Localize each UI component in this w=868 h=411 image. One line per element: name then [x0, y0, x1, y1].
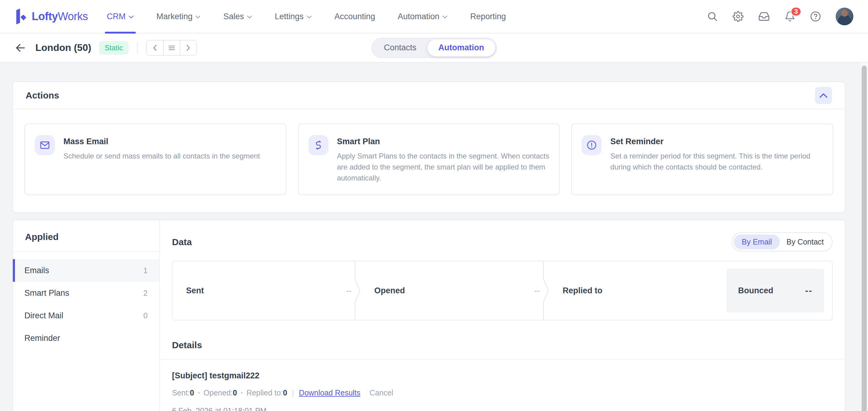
scrollbar-thumb[interactable] [862, 66, 867, 411]
card-description: Apply Smart Plans to the contacts in the… [337, 151, 550, 184]
card-description: Schedule or send mass emails to all cont… [63, 151, 260, 162]
next-segment-button[interactable] [180, 40, 196, 55]
envelope-icon [35, 135, 55, 155]
nav-item-sales[interactable]: Sales [223, 0, 252, 33]
alert-circle-icon [582, 135, 602, 155]
funnel-separator: -- [346, 261, 361, 320]
divider [137, 42, 137, 54]
main-menu: CRM Marketing Sales Lettings Accounting … [107, 0, 506, 33]
bullet-separator: • [198, 389, 200, 397]
set-reminder-card[interactable]: Set Reminder Set a reminder period for t… [571, 124, 833, 195]
actions-title: Actions [26, 90, 59, 101]
applied-item-reminder[interactable]: Reminder [13, 327, 159, 349]
user-avatar[interactable] [836, 8, 854, 25]
nav-icon-group: 3 [707, 8, 854, 25]
details-title: Details [172, 340, 833, 350]
tab-automation[interactable]: Automation [427, 39, 495, 56]
segment-type-badge: Static [99, 41, 128, 55]
smart-plan-icon [308, 135, 329, 155]
bell-icon[interactable]: 3 [784, 11, 796, 22]
prev-segment-button[interactable] [147, 40, 163, 55]
action-cards: Mass Email Schedule or send mass emails … [13, 109, 845, 212]
details-header: Details [160, 340, 845, 359]
applied-item-direct-mail[interactable]: Direct Mail 0 [13, 304, 159, 327]
nav-item-reporting[interactable]: Reporting [470, 0, 506, 33]
chevron-down-icon [128, 15, 134, 19]
applied-item-count: 0 [143, 311, 148, 320]
email-subject: [Subject] testgmail222 [172, 371, 833, 380]
back-arrow-icon[interactable] [14, 42, 26, 54]
nav-item-marketing[interactable]: Marketing [156, 0, 201, 33]
help-icon[interactable] [810, 11, 821, 22]
chevron-down-icon [247, 15, 252, 19]
applied-item-label: Smart Plans [24, 288, 69, 298]
nav-item-accounting[interactable]: Accounting [335, 0, 375, 33]
bounced-value: -- [805, 285, 812, 296]
stat-label: Sent: [172, 388, 190, 397]
applied-header: Applied [13, 220, 159, 252]
toggle-by-contact[interactable]: By Contact [780, 234, 831, 249]
brand-name: LoftyWorks [32, 10, 88, 23]
funnel-stage-opened: Opened [361, 261, 534, 320]
applied-sidebar: Applied Emails 1 Smart Plans 2 Direct Ma… [13, 220, 159, 411]
search-icon[interactable] [707, 11, 718, 22]
email-timestamp: 6 Feb, 2026 at 01:18:01 PM [172, 406, 833, 411]
funnel-rate-value: -- [346, 286, 352, 295]
page-title: London (50) [35, 42, 91, 53]
data-title: Data [172, 237, 192, 247]
segment-list-button[interactable] [163, 40, 180, 55]
brand-logo[interactable]: LoftyWorks [14, 8, 88, 24]
funnel-separator: -- [535, 261, 549, 320]
top-navigation: LoftyWorks CRM Marketing Sales Lettings … [0, 0, 868, 34]
data-header: Data By Email By Contact [160, 220, 845, 252]
funnel-stage-replied: Replied to [549, 261, 723, 320]
applied-item-label: Emails [24, 266, 49, 275]
applied-item-count: 1 [143, 266, 148, 275]
details-body: [Subject] testgmail222 Sent:0 • Opened:0… [160, 359, 845, 411]
segment-pager [146, 40, 197, 56]
loftyworks-logo-icon [14, 8, 27, 24]
funnel-rate-value: -- [535, 286, 540, 295]
chevron-down-icon [307, 15, 312, 19]
applied-list: Emails 1 Smart Plans 2 Direct Mail 0 Rem… [13, 252, 159, 349]
applied-item-smart-plans[interactable]: Smart Plans 2 [13, 282, 159, 304]
stat-label: Replied to: [246, 388, 283, 397]
card-title: Smart Plan [337, 137, 550, 146]
applied-title: Applied [25, 232, 147, 242]
card-title: Mass Email [63, 137, 260, 146]
stat-label: Opened: [204, 388, 233, 397]
pipe-separator: | [292, 388, 294, 397]
segment-header: London (50) Static Contacts Automation [0, 34, 868, 62]
applied-item-label: Reminder [24, 334, 60, 343]
funnel-stage-sent: Sent [173, 261, 346, 320]
collapse-button[interactable] [815, 87, 832, 104]
inbox-icon[interactable] [758, 11, 770, 22]
toggle-by-email[interactable]: By Email [734, 234, 780, 249]
stat-value: 0 [233, 388, 237, 397]
smart-plan-card[interactable]: Smart Plan Apply Smart Plans to the cont… [298, 124, 560, 195]
tab-contacts[interactable]: Contacts [373, 39, 428, 56]
actions-panel: Actions Mass Email Schedule or send mass… [12, 82, 845, 213]
page-scrollbar [860, 63, 868, 411]
view-tabs: Contacts Automation [371, 37, 497, 58]
actions-panel-header: Actions [13, 82, 845, 109]
email-stats-row: Sent:0 • Opened:0 • Replied to:0 | Downl… [172, 388, 833, 397]
main-content: Actions Mass Email Schedule or send mass… [0, 62, 868, 411]
applied-item-count: 2 [143, 289, 148, 297]
mass-email-card[interactable]: Mass Email Schedule or send mass emails … [24, 124, 286, 195]
applied-item-label: Direct Mail [24, 311, 63, 320]
stat-value: 0 [283, 388, 287, 397]
nav-item-automation[interactable]: Automation [398, 0, 448, 33]
nav-item-crm[interactable]: CRM [107, 0, 134, 33]
card-description: Set a reminder period for this segment. … [610, 151, 823, 172]
applied-item-emails[interactable]: Emails 1 [13, 259, 159, 282]
download-results-link[interactable]: Download Results [299, 388, 361, 397]
email-funnel: Sent -- Opened -- Replied to Bounced -- [172, 261, 833, 320]
chevron-down-icon [442, 15, 448, 19]
gear-icon[interactable] [733, 11, 744, 22]
nav-item-lettings[interactable]: Lettings [275, 0, 312, 33]
stat-value: 0 [190, 388, 194, 397]
bounced-label: Bounced [738, 286, 773, 295]
cancel-button[interactable]: Cancel [370, 388, 394, 397]
chevron-down-icon [195, 15, 201, 19]
